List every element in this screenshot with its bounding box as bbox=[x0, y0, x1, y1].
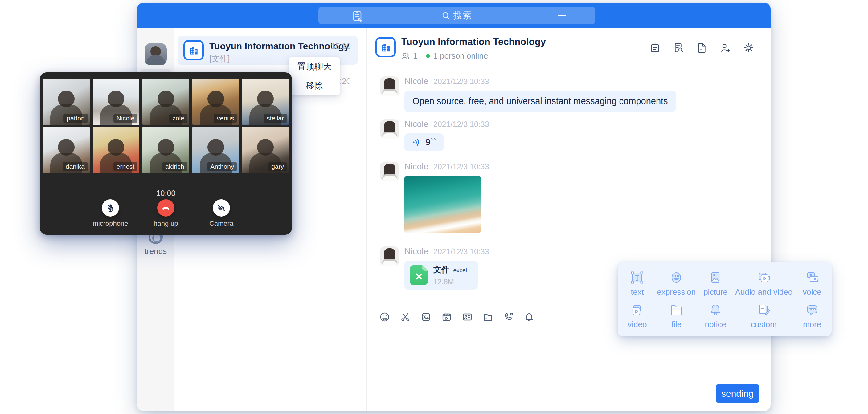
message-time: 2021/12/3 10:33 bbox=[433, 77, 489, 86]
trends-label: trends bbox=[137, 247, 174, 256]
expression-icon bbox=[669, 270, 684, 285]
video-clip-icon[interactable] bbox=[441, 311, 452, 322]
attach-item-custom[interactable]: custom bbox=[735, 300, 793, 332]
call-participant-tile: patton bbox=[43, 78, 90, 125]
call-controls: microphone hang up bbox=[40, 199, 292, 228]
file-name: 文件 bbox=[433, 265, 450, 274]
audio-video-icon bbox=[756, 270, 771, 285]
chat-main: Tuoyun Information Technology 1 1 person… bbox=[367, 28, 771, 411]
chat-subline: 1 1 person online bbox=[401, 51, 488, 61]
picture-attach-icon bbox=[708, 270, 723, 285]
message-time: 2021/12/3 10:33 bbox=[433, 120, 489, 129]
online-dot bbox=[426, 54, 430, 58]
excel-file-icon: ✕ bbox=[410, 265, 428, 285]
file-doc-icon[interactable] bbox=[696, 42, 708, 54]
page: 搜索 trends bbox=[0, 0, 868, 414]
chat-title: Tuoyun Information Technology bbox=[401, 36, 546, 47]
camera-button[interactable]: Camera bbox=[203, 199, 240, 228]
add-member-icon[interactable] bbox=[719, 42, 731, 54]
custom-message-icon bbox=[756, 302, 771, 317]
voice-message-bubble[interactable]: 9`` bbox=[404, 133, 443, 151]
file-message-card[interactable]: ✕ 文件 .excel 12.8M bbox=[404, 261, 478, 290]
message-group: Nicole 2021/12/3 10:33 Open source, free… bbox=[380, 76, 676, 112]
microphone-muted-icon bbox=[105, 203, 116, 213]
call-participant-tile: venus bbox=[192, 78, 239, 125]
organization-icon bbox=[375, 37, 396, 57]
sender-avatar[interactable] bbox=[380, 162, 400, 182]
scissors-icon[interactable] bbox=[400, 311, 411, 322]
message-time: 2021/12/3 10:33 bbox=[433, 247, 489, 256]
call-participant-tile: zole bbox=[143, 78, 189, 125]
attach-item-picture[interactable]: picture bbox=[696, 267, 735, 300]
conversation-time: 15:20 bbox=[331, 41, 351, 51]
call-participant-tile: ernest bbox=[93, 127, 140, 173]
call-participant-tile: gary bbox=[242, 127, 289, 173]
call-timer: 10:00 bbox=[40, 189, 292, 198]
attach-item-video[interactable]: video bbox=[618, 300, 657, 332]
attachment-panel: text expression picture bbox=[618, 262, 832, 337]
message-search-icon[interactable] bbox=[673, 42, 684, 54]
more-bubble-icon bbox=[805, 302, 819, 317]
participant-grid: patton Nicole zole venus stellar danika … bbox=[43, 78, 289, 173]
chat-header-actions bbox=[649, 42, 754, 54]
file-attach-icon bbox=[669, 302, 684, 317]
attach-item-text[interactable]: text bbox=[618, 267, 657, 300]
image-message-beach[interactable] bbox=[404, 176, 481, 233]
menu-item-pin-chat[interactable]: 置顶聊天 bbox=[289, 57, 340, 76]
hang-up-button[interactable]: hang up bbox=[148, 199, 184, 228]
call-participant-tile: danika bbox=[43, 127, 90, 173]
menu-item-remove[interactable]: 移除 bbox=[289, 76, 340, 95]
online-status: 1 person online bbox=[433, 51, 488, 61]
notification-icon[interactable] bbox=[524, 311, 535, 322]
voice-wave-icon bbox=[412, 138, 421, 147]
chat-header: Tuoyun Information Technology 1 1 person… bbox=[367, 28, 771, 69]
file-size: 12.8M bbox=[433, 278, 467, 286]
microphone-button[interactable]: microphone bbox=[92, 199, 128, 228]
emoji-icon[interactable] bbox=[379, 311, 390, 322]
attach-item-expression[interactable]: expression bbox=[657, 267, 696, 300]
message-sender: Nicole bbox=[404, 247, 429, 256]
attach-item-more[interactable]: more bbox=[793, 300, 832, 332]
conversation-preview: [文件] bbox=[209, 53, 230, 64]
search-bar[interactable]: 搜索 bbox=[318, 7, 595, 24]
attach-item-audio-video[interactable]: Audio and video bbox=[735, 267, 793, 300]
camera-muted-icon bbox=[216, 203, 226, 213]
hang-up-icon bbox=[161, 203, 171, 213]
sender-avatar[interactable] bbox=[380, 119, 400, 139]
conversation-title: Tuoyun Information Technology bbox=[209, 41, 349, 52]
picture-icon[interactable] bbox=[421, 311, 432, 322]
search-field[interactable]: 搜索 bbox=[318, 7, 595, 24]
settings-gear-icon[interactable] bbox=[743, 42, 754, 54]
attach-item-file[interactable]: file bbox=[657, 300, 696, 332]
notice-board-icon[interactable] bbox=[649, 42, 661, 54]
message-sender: Nicole bbox=[404, 76, 429, 86]
member-count: 1 bbox=[413, 51, 417, 61]
attach-item-voice[interactable]: voice bbox=[793, 267, 832, 300]
voice-duration: 9`` bbox=[425, 137, 436, 147]
video-call-overlay: patton Nicole zole venus stellar danika … bbox=[40, 72, 292, 235]
voice-attach-icon bbox=[805, 270, 819, 285]
message-group: Nicole 2021/12/3 10:33 ✕ 文件 .excel bbox=[380, 247, 489, 290]
organization-icon bbox=[183, 40, 204, 60]
notice-bell-icon bbox=[708, 302, 723, 317]
contact-card-icon[interactable] bbox=[462, 311, 473, 322]
call-participant-tile: aldrich bbox=[143, 127, 189, 173]
message-time: 2021/12/3 10:33 bbox=[433, 162, 489, 171]
members-icon bbox=[401, 52, 410, 60]
send-button[interactable]: sending bbox=[716, 384, 759, 403]
sender-avatar[interactable] bbox=[380, 247, 400, 266]
text-message-bubble[interactable]: Open source, free, and universal instant… bbox=[404, 91, 676, 112]
folder-icon[interactable] bbox=[483, 311, 494, 322]
search-placeholder: 搜索 bbox=[454, 9, 472, 22]
video-attach-icon bbox=[630, 302, 645, 317]
message-group: Nicole 2021/12/3 10:33 9`` bbox=[380, 119, 489, 151]
call-participant-tile: Anthony bbox=[192, 127, 239, 173]
attach-item-notice[interactable]: notice bbox=[696, 300, 735, 332]
plus-icon[interactable] bbox=[556, 10, 568, 23]
video-call-icon[interactable] bbox=[503, 311, 514, 322]
call-participant-tile: Nicole bbox=[93, 78, 140, 125]
sender-avatar[interactable] bbox=[380, 76, 400, 96]
message-sender: Nicole bbox=[404, 162, 429, 171]
user-avatar[interactable] bbox=[145, 43, 167, 65]
search-icon bbox=[442, 11, 450, 20]
